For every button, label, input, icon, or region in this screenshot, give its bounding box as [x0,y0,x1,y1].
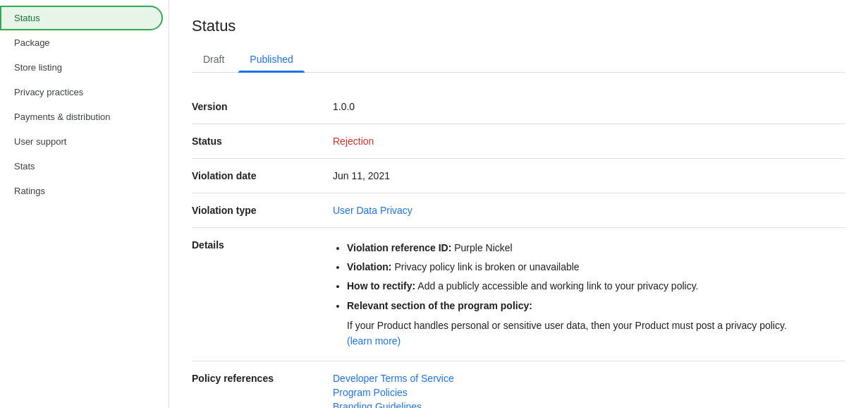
policy-references-value: Developer Terms of Service Program Polic… [333,373,845,408]
violation-type-value[interactable]: User Data Privacy [333,205,845,216]
detail-item-1-text: Purple Nickel [451,242,512,253]
violation-date-value: Jun 11, 2021 [333,170,845,181]
policy-references-label: Policy references [192,373,333,384]
status-label: Status [192,136,333,147]
detail-item-1: Violation reference ID: Purple Nickel [347,239,845,257]
version-row: Version 1.0.0 [192,90,845,124]
sidebar-item-user-support[interactable]: User support [0,129,163,154]
detail-item-3: How to rectify: Add a publicly accessibl… [347,277,845,295]
details-list: Violation reference ID: Purple Nickel Vi… [333,239,845,315]
tab-draft[interactable]: Draft [192,47,236,72]
status-row: Status Rejection [192,124,845,159]
policy-link-program-policies[interactable]: Program Policies [333,387,845,398]
detail-item-3-bold: How to rectify: [347,280,415,292]
policy-links: Developer Terms of Service Program Polic… [333,373,845,408]
details-row: Details Violation reference ID: Purple N… [192,228,845,361]
learn-more-link[interactable]: (learn more) [347,335,401,347]
violation-type-label: Violation type [192,205,333,216]
version-label: Version [192,101,333,112]
policy-link-dev-terms[interactable]: Developer Terms of Service [333,373,845,384]
policy-references-row: Policy references Developer Terms of Ser… [192,361,845,408]
main-content: Status Draft Published Version 1.0.0 Sta… [169,0,868,408]
sidebar-item-store-listing[interactable]: Store listing [0,55,163,80]
page-title: Status [192,17,845,35]
sidebar-item-package[interactable]: Package [0,30,163,55]
sidebar-item-stats[interactable]: Stats [0,154,163,179]
detail-item-4: Relevant section of the program policy: [347,297,845,315]
tabs-container: Draft Published [192,47,845,73]
violation-type-row: Violation type User Data Privacy [192,193,845,228]
detail-item-1-bold: Violation reference ID: [347,242,451,253]
content-area: Version 1.0.0 Status Rejection Violation… [192,73,845,408]
detail-item-2-text: Privacy policy link is broken or unavail… [392,261,580,272]
status-value: Rejection [333,136,845,147]
details-extra: If your Product handles personal or sens… [333,318,845,349]
policy-link-branding[interactable]: Branding Guidelines [333,401,845,408]
version-value: 1.0.0 [333,101,845,112]
violation-date-label: Violation date [192,170,333,181]
details-label: Details [192,239,333,251]
detail-item-2: Violation: Privacy policy link is broken… [347,258,845,276]
tab-published[interactable]: Published [238,47,305,72]
sidebar: Status Package Store listing Privacy pra… [0,0,169,408]
details-value: Violation reference ID: Purple Nickel Vi… [333,239,845,349]
violation-date-row: Violation date Jun 11, 2021 [192,159,845,193]
sidebar-item-payments-distribution[interactable]: Payments & distribution [0,104,163,129]
detail-item-3-text: Add a publicly accessible and working li… [415,280,698,292]
info-table: Version 1.0.0 Status Rejection Violation… [192,90,845,408]
sidebar-item-status[interactable]: Status [0,6,163,30]
sidebar-item-privacy-practices[interactable]: Privacy practices [0,80,163,104]
sidebar-item-ratings[interactable]: Ratings [0,179,163,203]
detail-item-4-bold: Relevant section of the program policy: [347,300,532,311]
detail-item-2-bold: Violation: [347,261,392,272]
detail-item-4-text: If your Product handles personal or sens… [347,320,787,331]
